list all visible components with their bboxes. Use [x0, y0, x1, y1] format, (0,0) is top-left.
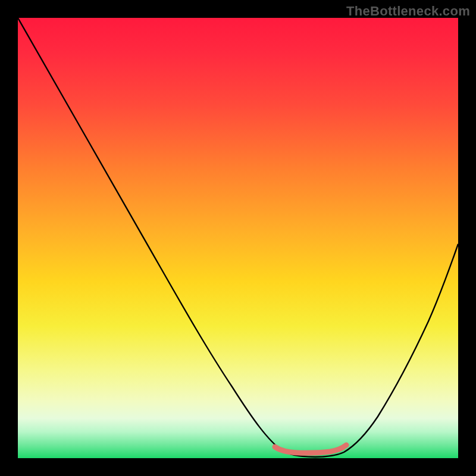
bottleneck-curve [18, 18, 458, 457]
chart-svg [18, 18, 458, 458]
sweet-spot-marker [275, 445, 346, 453]
chart-frame: TheBottleneck.com [0, 0, 476, 476]
plot-area [18, 18, 458, 458]
watermark-text: TheBottleneck.com [346, 4, 470, 19]
